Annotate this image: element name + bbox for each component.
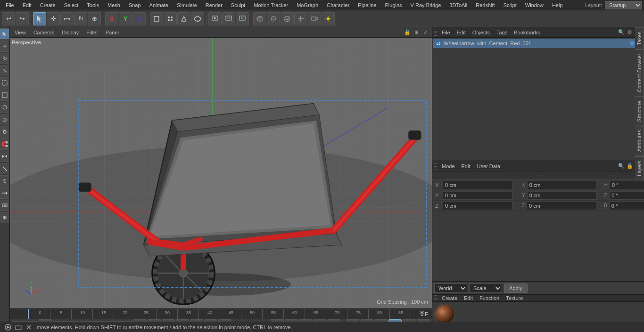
edges-mode-button[interactable] xyxy=(177,12,190,25)
menu-tools[interactable]: Tools xyxy=(83,1,103,9)
apply-button[interactable]: Apply xyxy=(504,283,528,293)
menu-pipeline[interactable]: Pipeline xyxy=(354,1,380,9)
attr-lock-icon[interactable]: 🔒 xyxy=(626,162,634,170)
tool-rect-select[interactable] xyxy=(0,89,10,101)
viewport-expand-icon[interactable]: ⤢ xyxy=(421,29,429,36)
menu-render[interactable]: Render xyxy=(202,1,226,9)
coord-size-y-field[interactable] xyxy=(527,191,597,200)
tool-mirror[interactable] xyxy=(0,151,10,162)
coord-size-x-field[interactable] xyxy=(527,181,597,189)
menu-motion-tracker[interactable]: Motion Tracker xyxy=(250,1,292,9)
menu-window[interactable]: Window xyxy=(521,1,547,9)
obj-menu-edit[interactable]: Edit xyxy=(455,29,468,36)
viewport-menu-view[interactable]: View xyxy=(13,29,28,36)
coord-pos-z-field[interactable] xyxy=(443,202,512,210)
render-picture-button[interactable] xyxy=(222,12,235,25)
object-visibility-dot-1[interactable] xyxy=(630,41,635,46)
menu-mesh[interactable]: Mesh xyxy=(104,1,124,9)
menu-animate[interactable]: Animate xyxy=(146,1,172,9)
layout-dropdown[interactable]: Startup Standard Animation xyxy=(605,1,642,9)
coord-rot-p-field[interactable] xyxy=(609,191,644,200)
coord-rot-b-field[interactable] xyxy=(609,202,644,210)
coord-size-z-field[interactable] xyxy=(527,202,596,210)
mat-drag-handle[interactable] xyxy=(434,295,437,301)
tool-knife[interactable] xyxy=(0,163,10,174)
mat-menu-create[interactable]: Create xyxy=(440,295,459,301)
tab-attributes[interactable]: Attributes xyxy=(635,126,644,156)
camera-button[interactable] xyxy=(308,12,321,25)
status-minimize-icon[interactable] xyxy=(14,323,23,332)
tab-layers[interactable]: Layers xyxy=(635,156,644,180)
menu-redshift[interactable]: Redshift xyxy=(472,1,498,9)
obj-search-icon[interactable]: 🔍 xyxy=(618,29,625,36)
viewport-canvas[interactable]: Perspective X Y Z Grid Spacing : 100 cm xyxy=(10,38,432,308)
mat-menu-texture[interactable]: Texture xyxy=(504,295,525,301)
render-view-button[interactable] xyxy=(208,12,222,25)
scale-dropdown[interactable]: Scale Size xyxy=(469,283,502,293)
polygons-mode-button[interactable] xyxy=(191,12,204,25)
tool-slide[interactable] xyxy=(0,187,10,199)
attr-menu-edit[interactable]: Edit xyxy=(460,163,472,170)
transform-tool-button[interactable]: ⊕ xyxy=(88,12,101,25)
menu-vray[interactable]: V-Ray Bridge xyxy=(407,1,445,9)
cylinder-button[interactable] xyxy=(281,12,294,25)
status-render-icon[interactable] xyxy=(4,323,12,332)
menu-create[interactable]: Create xyxy=(36,1,59,9)
timeline-ruler[interactable]: 0 5 10 15 20 25 30 35 40 45 50 55 60 65 … xyxy=(10,308,432,319)
viewport-menu-cameras[interactable]: Cameras xyxy=(32,29,57,36)
menu-mograph[interactable]: MoGraph xyxy=(293,1,322,9)
viewport-menu-panel[interactable]: Panel xyxy=(104,29,121,36)
menu-snap[interactable]: Snap xyxy=(125,1,145,9)
scale-tool-button[interactable] xyxy=(60,12,74,25)
viewport-arrows-icon[interactable]: ⊕ xyxy=(413,29,420,36)
tool-arrow[interactable] xyxy=(0,28,10,40)
obj-settings-icon[interactable]: ⚙ xyxy=(626,29,634,36)
attr-menu-mode[interactable]: Mode xyxy=(440,163,457,170)
menu-sculpt[interactable]: Sculpt xyxy=(227,1,249,9)
menu-edit[interactable]: Edit xyxy=(19,1,35,9)
tab-structure[interactable]: Structure xyxy=(635,97,644,126)
tool-bridge[interactable] xyxy=(0,200,10,211)
viewport-lock-icon[interactable]: 🔒 xyxy=(404,29,411,36)
light-button[interactable] xyxy=(322,12,335,25)
y-axis-button[interactable]: Y xyxy=(119,12,132,25)
status-close-icon[interactable] xyxy=(25,323,33,332)
menu-script[interactable]: Script xyxy=(500,1,520,9)
tool-set-point-value[interactable] xyxy=(0,212,10,223)
cube-button[interactable] xyxy=(253,12,266,25)
world-space-dropdown[interactable]: World Object Parent xyxy=(434,283,467,293)
panel-drag-handle[interactable] xyxy=(434,29,437,36)
menu-select[interactable]: Select xyxy=(60,1,83,9)
model-mode-button[interactable] xyxy=(150,12,163,25)
menu-help[interactable]: Help xyxy=(548,1,567,9)
tool-rotate[interactable]: ↻ xyxy=(0,53,10,64)
obj-menu-file[interactable]: File xyxy=(440,29,452,36)
attr-drag-handle[interactable] xyxy=(434,163,437,170)
redo-button[interactable]: ↪ xyxy=(16,12,29,25)
menu-plugins[interactable]: Plugins xyxy=(381,1,405,9)
points-mode-button[interactable] xyxy=(164,12,177,25)
select-tool-button[interactable] xyxy=(33,12,46,25)
attr-search-icon[interactable]: 🔍 xyxy=(618,162,625,170)
tool-free-select[interactable] xyxy=(0,114,10,125)
tab-content-browser[interactable]: Content Browser xyxy=(635,49,644,97)
menu-3dtoall[interactable]: 3DToAll xyxy=(446,1,471,9)
attr-menu-userdata[interactable]: User Data xyxy=(475,163,503,170)
tool-tweak[interactable] xyxy=(0,126,10,138)
sphere-button[interactable] xyxy=(267,12,280,25)
null-button[interactable] xyxy=(294,12,307,25)
mat-menu-function[interactable]: Function xyxy=(478,295,501,301)
render-active-button[interactable] xyxy=(236,12,249,25)
undo-button[interactable]: ↩ xyxy=(2,12,15,25)
obj-menu-objects[interactable]: Objects xyxy=(471,29,492,36)
viewport-menu-filter[interactable]: Filter xyxy=(84,29,99,36)
tool-circle-select[interactable] xyxy=(0,102,10,113)
rotate-tool-button[interactable]: ↻ xyxy=(74,12,87,25)
menu-character[interactable]: Character xyxy=(323,1,353,9)
tab-takes[interactable]: Takes xyxy=(635,27,644,49)
menu-simulate[interactable]: Simulate xyxy=(173,1,201,9)
object-row-wheelbarrow[interactable]: L0 Wheelbarrow_with_Cement_Red_001 xyxy=(433,39,643,48)
viewport-menu-display[interactable]: Display xyxy=(60,29,81,36)
tool-magnet[interactable]: 🧲 xyxy=(0,138,10,150)
obj-menu-bookmarks[interactable]: Bookmarks xyxy=(512,29,542,36)
